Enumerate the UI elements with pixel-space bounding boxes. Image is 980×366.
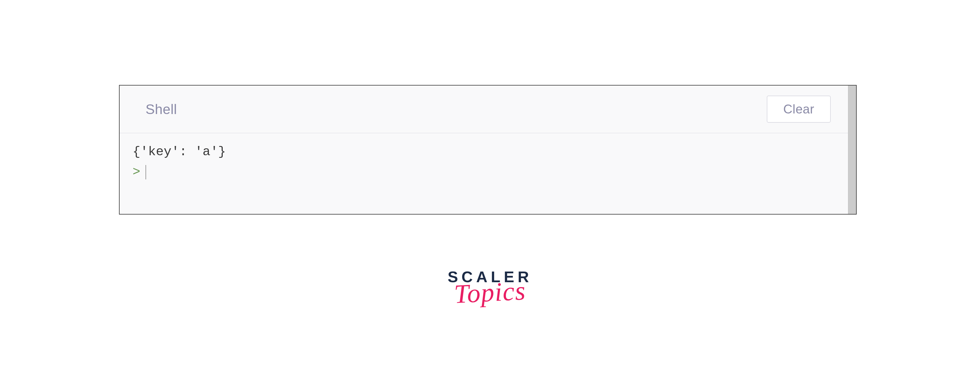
scrollbar[interactable] <box>848 86 856 214</box>
shell-output-area[interactable]: {'key': 'a'} > <box>119 133 848 214</box>
cursor-icon <box>145 165 146 179</box>
output-line: {'key': 'a'} <box>132 142 835 162</box>
shell-panel: Shell Clear {'key': 'a'} > <box>119 85 857 214</box>
shell-content-area: Shell Clear {'key': 'a'} > <box>119 86 848 214</box>
logo-subbrand-text: Topics <box>453 275 527 309</box>
brand-logo: SCALER Topics <box>447 268 532 307</box>
prompt-line[interactable]: > <box>132 162 835 182</box>
shell-header: Shell Clear <box>119 86 848 133</box>
clear-button[interactable]: Clear <box>767 96 831 123</box>
prompt-symbol: > <box>132 162 140 182</box>
shell-title: Shell <box>145 101 177 117</box>
shell-inner-wrapper: Shell Clear {'key': 'a'} > <box>119 86 856 214</box>
